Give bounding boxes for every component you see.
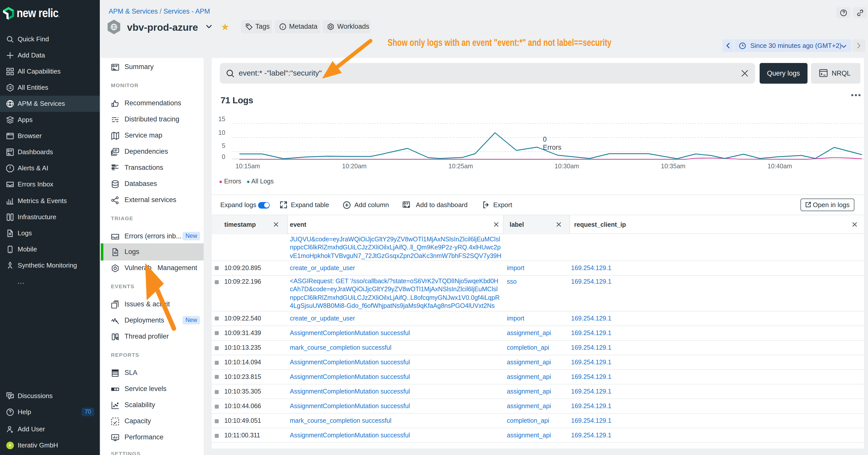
svg-text:10:40am: 10:40am — [768, 162, 792, 169]
svg-text:10:35am: 10:35am — [661, 162, 685, 169]
svg-text:5: 5 — [222, 142, 225, 149]
svg-text:10:15am: 10:15am — [236, 162, 260, 169]
svg-text:10:25am: 10:25am — [448, 162, 473, 169]
svg-text:0: 0 — [222, 153, 225, 160]
svg-text:15: 15 — [218, 116, 225, 123]
svg-text:10:20am: 10:20am — [342, 162, 367, 169]
svg-text:10: 10 — [218, 129, 225, 136]
svg-text:10:30am: 10:30am — [555, 162, 579, 169]
